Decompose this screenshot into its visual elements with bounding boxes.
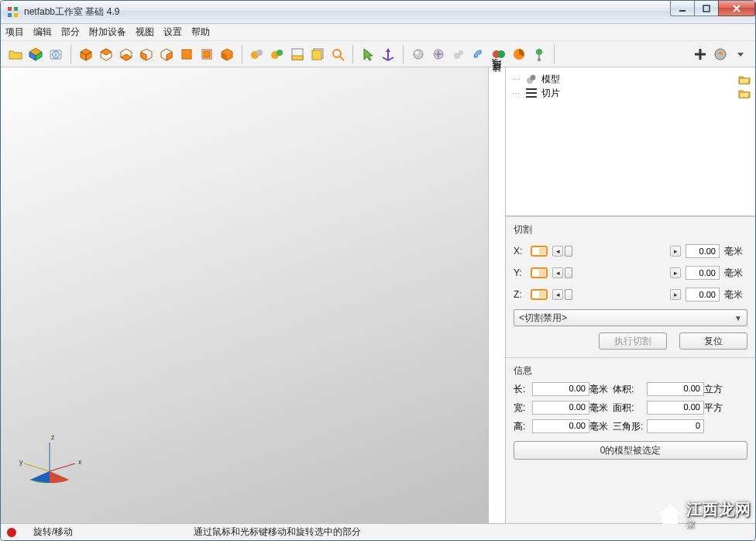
cut-z-toggle[interactable] bbox=[531, 289, 548, 300]
cube-left-icon[interactable] bbox=[136, 44, 156, 64]
info-volume-label: 体积: bbox=[613, 383, 647, 396]
slices-icon bbox=[526, 88, 537, 98]
folder-open-icon[interactable] bbox=[738, 74, 751, 84]
cube-shaded-icon[interactable] bbox=[217, 44, 237, 64]
platform-box-icon[interactable] bbox=[287, 44, 308, 64]
cut-mode-select[interactable]: <切割禁用> ▼ bbox=[514, 309, 747, 326]
svg-rect-2 bbox=[8, 13, 12, 17]
tree-expander-icon[interactable]: ⋯ bbox=[510, 89, 521, 98]
tree-expander-icon[interactable]: ⋯ bbox=[510, 75, 521, 84]
project-info-icon[interactable]: i bbox=[46, 44, 66, 64]
cut-x-value-field[interactable] bbox=[686, 244, 720, 258]
svg-marker-14 bbox=[101, 49, 112, 55]
menu-part[interactable]: 部分 bbox=[61, 26, 80, 39]
tree-node-label: 切片 bbox=[541, 87, 560, 100]
maximize-button[interactable] bbox=[694, 1, 719, 16]
repair-plus-icon[interactable] bbox=[690, 44, 710, 64]
cut-row-z: Z: ◂ ▸ 毫米 bbox=[514, 284, 747, 305]
folder-open-icon[interactable] bbox=[738, 88, 751, 98]
axis-y-label: y bbox=[19, 458, 23, 466]
cut-z-value-field[interactable] bbox=[686, 288, 720, 302]
cut-x-slider[interactable] bbox=[565, 246, 572, 257]
cut-y-inc-button[interactable]: ▸ bbox=[670, 267, 681, 278]
status-mode: 旋转/移动 bbox=[33, 525, 73, 539]
cut-x-toggle[interactable] bbox=[531, 246, 548, 257]
cut-panel: 切割 X: ◂ ▸ 毫米 Y: bbox=[506, 216, 755, 357]
viewport-3d[interactable]: x y z bbox=[1, 67, 489, 523]
cut-y-slider[interactable] bbox=[565, 267, 572, 278]
zoom-icon[interactable] bbox=[328, 44, 348, 64]
cube-back-icon[interactable] bbox=[197, 44, 217, 64]
info-height-label: 高: bbox=[514, 420, 532, 433]
cube-bottom-icon[interactable] bbox=[116, 44, 136, 64]
cursor-icon[interactable] bbox=[358, 44, 378, 64]
tree-node-models[interactable]: ⋯ 模型 bbox=[510, 72, 751, 86]
chevron-down-icon: ▼ bbox=[734, 314, 742, 322]
cube-front-icon[interactable] bbox=[177, 44, 197, 64]
cut-y-dec-button[interactable]: ◂ bbox=[552, 267, 563, 278]
sphere-green-icon[interactable] bbox=[267, 44, 287, 64]
sphere-grey-icon[interactable] bbox=[408, 44, 428, 64]
svg-point-46 bbox=[538, 58, 541, 61]
menu-help[interactable]: 帮助 bbox=[191, 26, 210, 39]
cube-iso-icon[interactable] bbox=[76, 44, 96, 64]
svg-rect-5 bbox=[703, 5, 710, 12]
svg-rect-0 bbox=[8, 7, 12, 11]
status-hint: 通过鼠标和光标键移动和旋转选中的部分 bbox=[194, 525, 361, 539]
info-length-value: 0.00 bbox=[532, 382, 589, 396]
svg-rect-3 bbox=[14, 13, 18, 17]
svg-point-38 bbox=[415, 51, 418, 54]
spheres-icon[interactable] bbox=[247, 44, 267, 64]
cut-y-label: Y: bbox=[514, 267, 526, 278]
cut-x-inc-button[interactable]: ▸ bbox=[670, 246, 681, 257]
svg-marker-36 bbox=[386, 48, 390, 52]
cut-z-inc-button[interactable]: ▸ bbox=[670, 289, 681, 300]
move-axes-icon[interactable] bbox=[378, 44, 398, 64]
right-panel: ⋯ 模型 ⋯ 切片 切割 X: bbox=[506, 67, 755, 523]
cube-right-icon[interactable] bbox=[156, 44, 177, 64]
more-caret-icon[interactable] bbox=[730, 44, 751, 64]
cut-y-toggle[interactable] bbox=[531, 267, 548, 278]
open-folder-icon[interactable] bbox=[5, 44, 26, 64]
platform-stack-icon[interactable] bbox=[308, 44, 328, 64]
close-button[interactable] bbox=[718, 1, 755, 16]
menu-settings[interactable]: 设置 bbox=[163, 26, 182, 39]
menu-edit[interactable]: 编辑 bbox=[33, 26, 52, 39]
menu-extras[interactable]: 附加设备 bbox=[89, 26, 126, 39]
part-node-icon[interactable] bbox=[529, 44, 549, 64]
execute-cut-button[interactable]: 执行切割 bbox=[599, 333, 667, 350]
sphere-swap-icon[interactable] bbox=[428, 44, 448, 64]
analyse-icon[interactable] bbox=[710, 44, 730, 64]
info-title: 信息 bbox=[514, 364, 747, 377]
svg-line-35 bbox=[340, 57, 344, 60]
cut-row-x: X: ◂ ▸ 毫米 bbox=[514, 241, 747, 261]
context-tab[interactable]: 建立区域 bbox=[489, 67, 506, 523]
cut-z-slider[interactable] bbox=[565, 289, 572, 300]
project-tree[interactable]: ⋯ 模型 ⋯ 切片 bbox=[506, 67, 755, 216]
svg-point-41 bbox=[459, 50, 463, 55]
cut-x-dec-button[interactable]: ◂ bbox=[552, 246, 563, 257]
menu-project[interactable]: 项目 bbox=[5, 26, 24, 39]
minimize-button[interactable] bbox=[670, 1, 695, 16]
two-spheres-icon[interactable] bbox=[489, 44, 509, 64]
shell-icon[interactable] bbox=[469, 44, 489, 64]
tree-node-slices[interactable]: ⋯ 切片 bbox=[510, 86, 751, 100]
cut-y-value-field[interactable] bbox=[686, 266, 720, 280]
app-icon bbox=[7, 6, 19, 19]
selection-status-button[interactable]: 0的模型被选定 bbox=[514, 441, 747, 460]
cube-top-icon[interactable] bbox=[96, 44, 116, 64]
sphere-multi-icon[interactable] bbox=[448, 44, 469, 64]
cut-y-unit: 毫米 bbox=[724, 267, 747, 280]
pie-icon[interactable] bbox=[509, 44, 529, 64]
cut-z-dec-button[interactable]: ◂ bbox=[552, 289, 563, 300]
window-buttons bbox=[671, 1, 755, 16]
cut-z-label: Z: bbox=[514, 289, 526, 300]
reset-cut-button[interactable]: 复位 bbox=[679, 333, 747, 350]
menu-view[interactable]: 视图 bbox=[136, 26, 154, 39]
svg-marker-20 bbox=[167, 52, 172, 60]
svg-marker-48 bbox=[737, 53, 744, 57]
main-area: x y z 建立区域 ⋯ 模型 ⋯ bbox=[1, 67, 755, 523]
cut-title: 切割 bbox=[514, 223, 747, 236]
status-bar: 旋转/移动 通过鼠标和光标键移动和旋转选中的部分 bbox=[1, 523, 755, 540]
add-part-icon[interactable] bbox=[26, 44, 46, 64]
